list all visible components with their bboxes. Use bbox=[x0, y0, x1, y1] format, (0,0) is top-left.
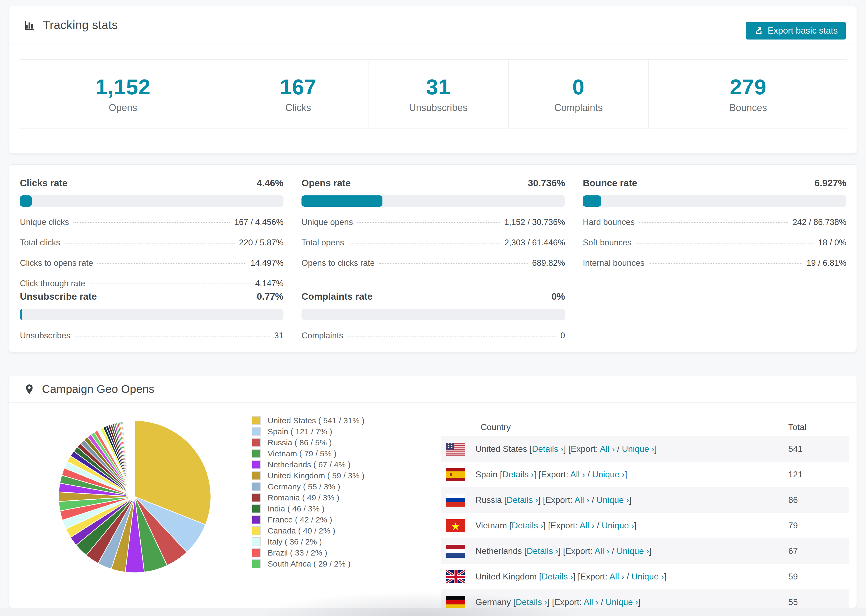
export-unique-link[interactable]: Unique › bbox=[601, 520, 634, 530]
legend-label: United Kingdom ( 59 / 3% ) bbox=[268, 471, 364, 480]
progress-fill bbox=[583, 195, 601, 207]
rate-detail-label: Unique opens bbox=[301, 217, 353, 227]
export-all-link[interactable]: All › bbox=[570, 470, 585, 479]
export-basic-stats-button[interactable]: Export basic stats bbox=[746, 22, 846, 39]
rate-detail-row: Hard bounces242 / 86.738% bbox=[583, 217, 846, 227]
export-unique-link[interactable]: Unique › bbox=[617, 546, 649, 556]
stat-box-opens: 1,152Opens bbox=[18, 60, 228, 128]
export-unique-link[interactable]: Unique › bbox=[606, 597, 638, 607]
details-link[interactable]: Details › bbox=[532, 444, 564, 454]
legend-label: Germany ( 55 / 3% ) bbox=[268, 482, 340, 491]
export-icon bbox=[754, 26, 764, 36]
legend-swatch bbox=[252, 460, 261, 469]
export-all-link[interactable]: All › bbox=[600, 444, 614, 454]
legend-label: Italy ( 36 / 2% ) bbox=[268, 537, 322, 546]
legend-item: Romania ( 49 / 3% ) bbox=[252, 492, 364, 503]
rate-detail-label: Click through rate bbox=[20, 279, 85, 288]
dotted-leader bbox=[357, 222, 500, 223]
geo-table-row: Spain [Details ›] [Export: All › / Uniqu… bbox=[441, 462, 849, 487]
total-cell: 86 bbox=[788, 495, 849, 505]
page-title: Tracking stats bbox=[43, 18, 118, 32]
rate-detail-value: 0 bbox=[561, 331, 565, 341]
dotted-leader bbox=[348, 336, 556, 336]
rate-detail-value: 18 / 0% bbox=[818, 238, 846, 248]
details-link[interactable]: Details › bbox=[516, 597, 547, 607]
country-name: United Kingdom bbox=[476, 572, 537, 581]
unsubscribe-rate-value: 0.77% bbox=[257, 291, 283, 302]
legend-label: Vietnam ( 79 / 5% ) bbox=[268, 449, 337, 458]
legend-item: United Kingdom ( 59 / 3% ) bbox=[252, 470, 364, 481]
export-all-link[interactable]: All › bbox=[609, 572, 624, 581]
details-link[interactable]: Details › bbox=[502, 470, 534, 479]
export-all-link[interactable]: All › bbox=[575, 495, 589, 505]
dotted-leader bbox=[348, 243, 500, 244]
legend-swatch bbox=[252, 438, 261, 447]
details-link[interactable]: Details › bbox=[512, 520, 543, 530]
geo-table-row: Russia [Details ›] [Export: All › / Uniq… bbox=[441, 487, 849, 513]
legend-swatch bbox=[252, 526, 261, 535]
rate-detail-row: Clicks to opens rate14.497% bbox=[20, 258, 283, 268]
rate-detail-value: 2,303 / 61.446% bbox=[504, 238, 565, 248]
legend-label: United States ( 541 / 31% ) bbox=[268, 416, 364, 425]
total-cell: 121 bbox=[788, 470, 849, 479]
export-all-link[interactable]: All › bbox=[595, 546, 609, 556]
total-cell: 67 bbox=[788, 546, 849, 556]
stat-value: 279 bbox=[730, 75, 767, 99]
rate-detail-row: Unsubscribes31 bbox=[20, 331, 283, 341]
legend-item: Spain ( 121 / 7% ) bbox=[252, 426, 364, 437]
dotted-leader bbox=[75, 336, 270, 336]
dotted-leader bbox=[90, 284, 251, 284]
complaints-rate-bar bbox=[301, 309, 565, 320]
dotted-leader bbox=[639, 222, 788, 223]
export-unique-link[interactable]: Unique › bbox=[592, 470, 625, 479]
flag-de-icon bbox=[446, 596, 465, 608]
rate-detail-row: Complaints0 bbox=[301, 331, 565, 341]
dotted-leader bbox=[649, 263, 802, 264]
geo-opens-title: Campaign Geo Opens bbox=[42, 383, 154, 396]
legend-item: South Africa ( 29 / 2% ) bbox=[252, 558, 364, 569]
legend-swatch bbox=[252, 548, 261, 557]
flag-nl-icon bbox=[446, 545, 465, 558]
complaints-rate-title: Complaints rate bbox=[301, 291, 373, 302]
clicks-rate-section: Clicks rate 4.46% Unique clicks167 / 4.4… bbox=[20, 178, 283, 288]
clicks-rate-title: Clicks rate bbox=[20, 178, 68, 189]
details-link[interactable]: Details › bbox=[507, 495, 538, 505]
flag-us-icon bbox=[446, 443, 465, 456]
country-cell: Germany [Details ›] [Export: All › / Uni… bbox=[476, 597, 788, 607]
flag-vn-icon bbox=[446, 519, 465, 532]
flag-gb-icon bbox=[446, 570, 465, 583]
details-link[interactable]: Details › bbox=[542, 572, 573, 581]
details-link[interactable]: Details › bbox=[527, 546, 558, 556]
geo-table-header: Country Total bbox=[441, 418, 849, 436]
country-cell: United States [Details ›] [Export: All ›… bbox=[476, 444, 788, 454]
export-unique-link[interactable]: Unique › bbox=[631, 572, 664, 581]
legend-label: Netherlands ( 67 / 4% ) bbox=[268, 460, 350, 469]
bounce-rate-bar bbox=[583, 195, 846, 207]
export-all-link[interactable]: All › bbox=[584, 597, 598, 607]
legend-swatch bbox=[252, 482, 261, 491]
country-name: Russia bbox=[476, 495, 502, 505]
page-bottom-strip bbox=[0, 608, 866, 616]
country-cell: Russia [Details ›] [Export: All › / Uniq… bbox=[476, 495, 788, 505]
stat-value: 1,152 bbox=[96, 75, 151, 99]
legend-label: Russia ( 86 / 5% ) bbox=[268, 438, 332, 447]
rate-detail-value: 1,152 / 30.736% bbox=[504, 217, 565, 227]
export-unique-link[interactable]: Unique › bbox=[597, 495, 629, 505]
dotted-leader bbox=[65, 243, 235, 244]
stat-label: Complaints bbox=[554, 102, 603, 113]
total-cell: 541 bbox=[788, 444, 849, 454]
export-all-link[interactable]: All › bbox=[579, 520, 594, 530]
legend-item: United States ( 541 / 31% ) bbox=[252, 415, 364, 426]
legend-item: Vietnam ( 79 / 5% ) bbox=[252, 448, 364, 459]
rate-detail-label: Clicks to opens rate bbox=[20, 258, 93, 268]
opens-rate-title: Opens rate bbox=[301, 178, 351, 189]
legend-item: Brazil ( 33 / 2% ) bbox=[252, 547, 364, 558]
country-name: Spain bbox=[476, 470, 498, 479]
rate-detail-value: 14.497% bbox=[251, 258, 283, 268]
clicks-rate-value: 4.46% bbox=[257, 178, 283, 189]
legend-item: Russia ( 86 / 5% ) bbox=[252, 437, 364, 448]
export-unique-link[interactable]: Unique › bbox=[622, 444, 654, 454]
legend-item: France ( 42 / 2% ) bbox=[252, 514, 364, 525]
rate-detail-row: Internal bounces19 / 6.81% bbox=[583, 258, 846, 268]
rate-detail-label: Opens to clicks rate bbox=[301, 258, 375, 268]
